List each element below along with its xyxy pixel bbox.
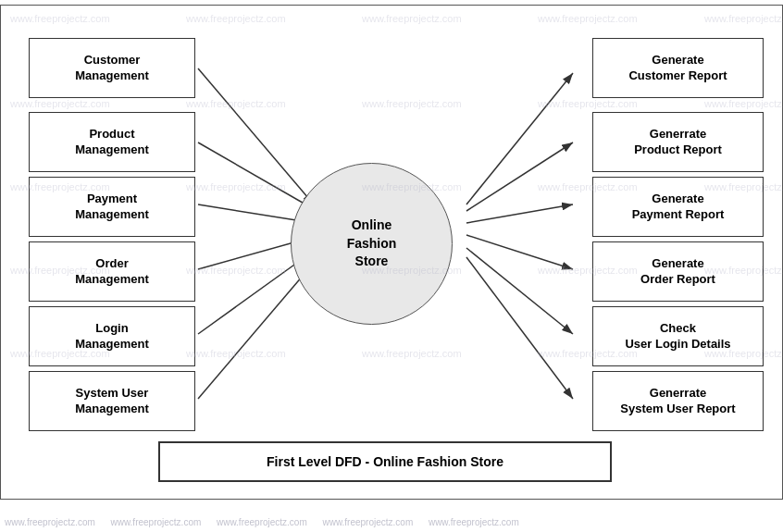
generate-customer-report-box: Generate Customer Report (592, 38, 764, 98)
payment-management-box: Payment Management (29, 177, 195, 237)
system-user-management-box: System User Management (29, 371, 195, 431)
check-user-login-box: Check User Login Details (592, 306, 764, 366)
watermark: www.freeprojectz.com (704, 98, 783, 109)
watermark: www.freeprojectz.com (362, 13, 462, 24)
svg-line-11 (466, 248, 573, 334)
login-management-box: Login Management (29, 306, 195, 366)
svg-line-2 (198, 142, 314, 209)
svg-line-7 (466, 73, 573, 204)
center-label: Online Fashion Store (347, 217, 397, 271)
svg-line-6 (198, 263, 314, 399)
watermark: www.freeprojectz.com (186, 98, 286, 109)
center-circle: Online Fashion Store (291, 163, 453, 325)
watermark: www.freeprojectz.com (10, 98, 110, 109)
watermark: www.freeprojectz.com (538, 13, 638, 24)
watermark: www.freeprojectz.com (186, 265, 286, 276)
watermark: www.freeprojectz.com (362, 348, 462, 359)
svg-line-1 (198, 68, 314, 204)
svg-line-9 (466, 204, 573, 223)
bottom-watermark: www.freeprojectz.com www.freeprojectz.co… (5, 517, 519, 527)
generate-order-report-box: Generate Order Report (592, 241, 764, 302)
customer-management-box: Customer Management (29, 38, 195, 98)
footer-title-box: First Level DFD - Online Fashion Store (158, 441, 612, 482)
watermark: www.freeprojectz.com (186, 181, 286, 192)
generate-product-report-box: Generrate Product Report (592, 112, 764, 172)
generate-system-user-report-box: Generrate System User Report (592, 371, 764, 431)
watermark: www.freeprojectz.com (362, 98, 462, 109)
generate-payment-report-box: Generate Payment Report (592, 177, 764, 237)
svg-line-10 (466, 235, 573, 269)
watermark: www.freeprojectz.com (538, 98, 638, 109)
watermark: www.freeprojectz.com (10, 13, 110, 24)
footer-title: First Level DFD - Online Fashion Store (267, 454, 503, 469)
watermark: www.freeprojectz.com (186, 348, 286, 359)
svg-line-12 (466, 257, 573, 399)
diagram-container: www.freeprojectz.com www.freeprojectz.co… (0, 5, 783, 500)
order-management-box: Order Management (29, 241, 195, 302)
watermark: www.freeprojectz.com (704, 13, 783, 24)
svg-line-8 (466, 142, 573, 211)
watermark: www.freeprojectz.com (186, 13, 286, 24)
product-management-box: Product Management (29, 112, 195, 172)
